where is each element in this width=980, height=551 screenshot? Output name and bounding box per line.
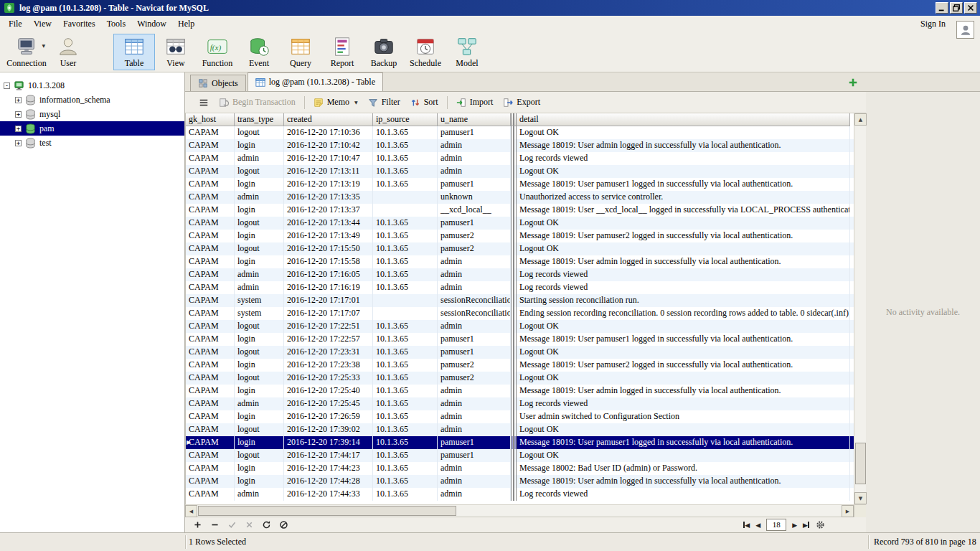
cell[interactable]: Message 18019: User admin logged in succ… (517, 475, 850, 488)
cell[interactable]: admin (438, 320, 511, 333)
cell[interactable]: admin (438, 385, 511, 397)
cell[interactable]: 2016-12-20 17:22:57 (284, 333, 373, 346)
cell[interactable]: 10.1.3.65 (373, 242, 438, 255)
last-page-button[interactable]: ▶ (803, 521, 809, 529)
menu-window[interactable]: Window (131, 17, 172, 32)
cell[interactable]: CAPAM (186, 397, 235, 410)
cell[interactable]: Log records viewed (517, 268, 850, 281)
cell[interactable]: 10.1.3.65 (373, 410, 438, 423)
sign-in-link[interactable]: Sign In (920, 19, 946, 29)
cell[interactable]: 2016-12-20 17:15:50 (284, 242, 373, 255)
table-row[interactable]: CAPAMlogout2016-12-20 17:13:1110.1.3.65a… (186, 165, 854, 178)
cell[interactable]: pamuser1 (438, 178, 511, 191)
cell[interactable]: CAPAM (186, 307, 235, 320)
cell[interactable]: CAPAM (186, 346, 235, 359)
cell[interactable]: 10.1.3.65 (373, 178, 438, 191)
menu-view[interactable]: View (28, 17, 57, 32)
cell[interactable]: 10.1.3.65 (373, 268, 438, 281)
cell[interactable]: CAPAM (186, 204, 235, 217)
view-toolbar-button[interactable]: View (155, 34, 197, 70)
menu-file[interactable]: File (3, 17, 28, 32)
cell[interactable]: 2016-12-20 17:16:05 (284, 268, 373, 281)
cell[interactable]: pamuser1 (438, 449, 511, 462)
cell[interactable]: pamuser2 (438, 359, 511, 372)
cell[interactable]: CAPAM (186, 268, 235, 281)
menu-tools[interactable]: Tools (101, 17, 132, 32)
cell[interactable]: logout (235, 217, 284, 230)
cell[interactable]: 2016-12-20 17:26:59 (284, 410, 373, 423)
vertical-scroll-thumb[interactable] (855, 443, 866, 484)
cell[interactable]: 10.1.3.65 (373, 372, 438, 385)
cell[interactable]: 10.1.3.65 (373, 475, 438, 488)
tree-database-information_schema[interactable]: +information_schema (0, 93, 184, 107)
column-header-ip_source[interactable]: ip_source (373, 113, 438, 126)
cell[interactable]: login (235, 204, 284, 217)
cell[interactable]: CAPAM (186, 230, 235, 242)
import-button[interactable]: Import (451, 95, 499, 110)
cell[interactable]: login (235, 255, 284, 268)
cell[interactable]: pamuser2 (438, 372, 511, 385)
cell[interactable]: pamuser1 (438, 333, 511, 346)
cell[interactable] (373, 204, 438, 217)
cell[interactable]: 2016-12-20 17:25:40 (284, 385, 373, 397)
backup-toolbar-button[interactable]: Backup (363, 34, 405, 70)
cell[interactable]: Logout OK (517, 423, 850, 436)
cell[interactable] (373, 307, 438, 320)
cell[interactable]: 2016-12-20 17:44:17 (284, 449, 373, 462)
cell[interactable]: Log records viewed (517, 488, 850, 501)
cell[interactable]: CAPAM (186, 178, 235, 191)
cell[interactable]: 10.1.3.65 (373, 385, 438, 397)
cell[interactable]: admin (438, 488, 511, 501)
cell[interactable]: CAPAM (186, 410, 235, 423)
next-page-button[interactable]: ▶ (792, 521, 797, 529)
cell[interactable]: Logout OK (517, 165, 850, 178)
cell[interactable]: Ending session recording reconciliation.… (517, 307, 850, 320)
cell[interactable]: 10.1.3.65 (373, 449, 438, 462)
cell[interactable]: CAPAM (186, 436, 235, 449)
cell[interactable]: CAPAM (186, 139, 235, 152)
scroll-left-button[interactable]: ◀ (185, 505, 197, 517)
cell[interactable]: CAPAM (186, 152, 235, 165)
table-row[interactable]: CAPAMadmin2016-12-20 17:25:4510.1.3.65ad… (186, 397, 854, 410)
cell[interactable]: 2016-12-20 17:23:38 (284, 359, 373, 372)
cell[interactable]: admin (438, 152, 511, 165)
cell[interactable]: logout (235, 126, 284, 139)
model-toolbar-button[interactable]: Model (446, 34, 488, 70)
cell[interactable]: admin (438, 423, 511, 436)
cell[interactable] (373, 294, 438, 307)
cell[interactable]: system (235, 307, 284, 320)
cell[interactable]: admin (438, 410, 511, 423)
cell[interactable]: login (235, 178, 284, 191)
user-avatar-button[interactable] (956, 21, 974, 39)
horizontal-scroll-thumb[interactable] (198, 506, 456, 516)
cell[interactable]: logout (235, 242, 284, 255)
cell[interactable]: Message 18002: Bad User ID (admin) or Pa… (517, 462, 850, 475)
table-row[interactable]: CAPAMlogout2016-12-20 17:22:5110.1.3.65a… (186, 320, 854, 333)
column-header-detail[interactable]: detail (517, 113, 850, 126)
cell[interactable]: admin (438, 462, 511, 475)
cell[interactable]: 2016-12-20 17:44:33 (284, 488, 373, 501)
cell[interactable]: Message 18019: User pamuser1 logged in s… (517, 178, 850, 191)
tab-objects[interactable]: Objects (190, 75, 246, 91)
cell[interactable]: 10.1.3.65 (373, 217, 438, 230)
table-row[interactable]: CAPAMlogout2016-12-20 17:13:4410.1.3.65p… (186, 217, 854, 230)
first-page-button[interactable]: ◀ (743, 521, 750, 529)
connection-toolbar-button[interactable]: Connection▼ (6, 34, 47, 70)
cell[interactable]: login (235, 230, 284, 242)
previous-page-button[interactable]: ◀ (755, 521, 760, 529)
cell[interactable]: 10.1.3.65 (373, 462, 438, 475)
cell[interactable]: CAPAM (186, 488, 235, 501)
table-row[interactable]: CAPAMadmin2016-12-20 17:16:1910.1.3.65ad… (186, 281, 854, 294)
table-row[interactable]: CAPAMlogin2016-12-20 17:10:4210.1.3.65ad… (186, 139, 854, 152)
discard-changes-button[interactable] (244, 519, 255, 530)
cell[interactable]: 2016-12-20 17:22:51 (284, 320, 373, 333)
cell[interactable]: Logout OK (517, 346, 850, 359)
tree-expander[interactable]: + (15, 140, 22, 146)
menu-help[interactable]: Help (172, 17, 200, 32)
minimize-button[interactable] (936, 2, 948, 14)
cell[interactable]: admin (438, 255, 511, 268)
cell[interactable]: CAPAM (186, 242, 235, 255)
cell[interactable]: 2016-12-20 17:44:28 (284, 475, 373, 488)
column-header-created[interactable]: created (284, 113, 373, 126)
cell[interactable]: 2016-12-20 17:17:01 (284, 294, 373, 307)
